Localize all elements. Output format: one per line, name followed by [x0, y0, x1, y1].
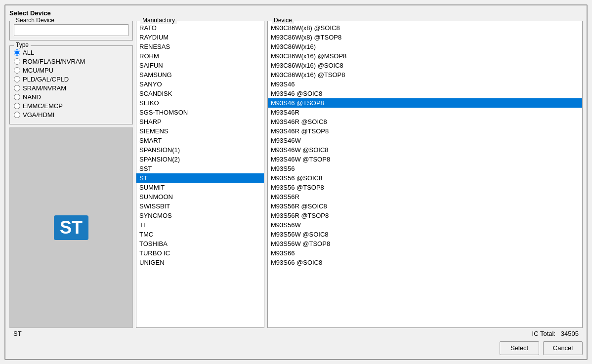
manufactory-group: Manufactory RATORAYDIUMRENESASROHMSAIFUN…: [136, 21, 264, 328]
manufacturer-list-item[interactable]: SGS-THOMSON: [136, 108, 264, 117]
type-option-all[interactable]: ALL: [14, 49, 128, 56]
device-list-item[interactable]: M93S56R @TSOP8: [268, 211, 582, 220]
manufacturer-list-item[interactable]: SPANSION(1): [136, 145, 264, 155]
device-group: Device M93C86W(x8) @SOIC8M93C86W(x8) @TS…: [267, 21, 583, 328]
type-label-vga: VGA/HDMI: [23, 111, 54, 119]
device-label: Device: [272, 17, 294, 24]
manufacturer-list-item[interactable]: ST: [136, 173, 264, 183]
manufactory-panel: Manufactory RATORAYDIUMRENESASROHMSAIFUN…: [136, 21, 264, 328]
manufacturer-list-item[interactable]: SST: [136, 164, 264, 173]
type-radio-all[interactable]: [14, 49, 20, 56]
manufacturer-list-item[interactable]: SYNCMOS: [136, 211, 264, 220]
device-list-item[interactable]: M93C86W(x16) @SOIC8: [268, 61, 582, 70]
device-list-item[interactable]: M93S56R @SOIC8: [268, 202, 582, 211]
cancel-button[interactable]: Cancel: [543, 341, 583, 355]
type-label-all: ALL: [23, 49, 34, 56]
manufacturer-list-item[interactable]: TMC: [136, 230, 264, 239]
type-option-vga[interactable]: VGA/HDMI: [14, 111, 128, 119]
device-list-item[interactable]: M93S56W @TSOP8: [268, 239, 582, 248]
manufacturer-list-item[interactable]: UNIGEN: [136, 258, 264, 267]
manufacturer-list-item[interactable]: SPANSION(2): [136, 155, 264, 164]
select-device-dialog: Select Device Search Device Type ALLROM/…: [4, 4, 588, 360]
manufacturer-list-item[interactable]: RENESAS: [136, 42, 264, 51]
ic-total-value: 34505: [561, 330, 579, 337]
button-bar: Select Cancel: [9, 339, 583, 355]
svg-text:ST: ST: [60, 217, 83, 238]
manufacturer-list-item[interactable]: TOSHIBA: [136, 239, 264, 248]
manufacturer-list[interactable]: RATORAYDIUMRENESASROHMSAIFUNSAMSUNGSANYO…: [136, 21, 264, 327]
type-radio-sram[interactable]: [14, 85, 20, 91]
manufacturer-list-item[interactable]: SHARP: [136, 117, 264, 126]
type-radio-vga[interactable]: [14, 112, 20, 118]
device-list-item[interactable]: M93S66: [268, 248, 582, 258]
selected-manufacturer-status: ST: [13, 330, 22, 337]
manufacturer-list-item[interactable]: SANYO: [136, 80, 264, 89]
device-list-item[interactable]: M93S56R: [268, 192, 582, 202]
type-options-container: ALLROM/FLASH/NVRAMMCU/MPUPLD/GAL/CPLDSRA…: [14, 49, 128, 119]
device-list-item[interactable]: M93S46R @TSOP8: [268, 126, 582, 136]
type-label-nand: NAND: [23, 93, 41, 101]
search-group: Search Device: [9, 21, 133, 40]
type-group-title: Type: [14, 41, 31, 48]
device-list-item[interactable]: M93S46R @SOIC8: [268, 117, 582, 126]
device-list-item[interactable]: M93C86W(x16) @TSOP8: [268, 70, 582, 80]
status-bar: ST IC Total: 34505: [9, 328, 583, 339]
manufacturer-list-item[interactable]: TURBO IC: [136, 248, 264, 258]
dialog-title: Select Device: [9, 9, 583, 17]
type-option-mcu[interactable]: MCU/MPU: [14, 67, 128, 74]
type-option-nand[interactable]: NAND: [14, 93, 128, 101]
manufacturer-list-item[interactable]: SIEMENS: [136, 126, 264, 136]
manufacturer-list-item[interactable]: TI: [136, 220, 264, 230]
device-list-item[interactable]: M93S46W @SOIC8: [268, 145, 582, 155]
type-option-pld[interactable]: PLD/GAL/CPLD: [14, 76, 128, 83]
type-option-emmc[interactable]: EMMC/EMCP: [14, 102, 128, 110]
dialog-body: Search Device Type ALLROM/FLASH/NVRAMMCU…: [9, 21, 583, 328]
type-label-pld: PLD/GAL/CPLD: [23, 76, 69, 83]
search-group-title: Search Device: [14, 17, 56, 24]
left-panel: Search Device Type ALLROM/FLASH/NVRAMMCU…: [9, 21, 133, 328]
type-option-rom[interactable]: ROM/FLASH/NVRAM: [14, 58, 128, 65]
device-list-item[interactable]: M93S46R: [268, 108, 582, 117]
device-list-item[interactable]: M93S66 @SOIC8: [268, 258, 582, 267]
type-radio-mcu[interactable]: [14, 67, 20, 74]
type-label-sram: SRAM/NVRAM: [23, 84, 66, 92]
manufacturer-list-item[interactable]: RATO: [136, 23, 264, 33]
type-group: Type ALLROM/FLASH/NVRAMMCU/MPUPLD/GAL/CP…: [9, 45, 133, 124]
manufacturer-list-item[interactable]: SMART: [136, 136, 264, 145]
type-radio-rom[interactable]: [14, 58, 20, 65]
type-radio-nand[interactable]: [14, 94, 20, 100]
device-list-item[interactable]: M93S46 @TSOP8: [268, 98, 582, 108]
manufacturer-list-item[interactable]: SUNMOON: [136, 192, 264, 202]
device-list-item[interactable]: M93S46W @TSOP8: [268, 155, 582, 164]
type-radio-pld[interactable]: [14, 76, 20, 82]
manufacturer-list-item[interactable]: RAYDIUM: [136, 33, 264, 42]
search-input[interactable]: [14, 24, 128, 36]
device-list-item[interactable]: M93S56 @TSOP8: [268, 183, 582, 192]
type-option-sram[interactable]: SRAM/NVRAM: [14, 84, 128, 92]
select-button[interactable]: Select: [500, 341, 539, 355]
manufacturer-list-item[interactable]: ROHM: [136, 51, 264, 61]
manufacturer-list-item[interactable]: SUMMIT: [136, 183, 264, 192]
manufacturer-list-item[interactable]: SWISSBIT: [136, 202, 264, 211]
manufacturer-list-item[interactable]: SEIKO: [136, 98, 264, 108]
manufactory-label: Manufactory: [140, 17, 177, 24]
device-list-item[interactable]: M93C86W(x16): [268, 42, 582, 51]
device-list-item[interactable]: M93C86W(x8) @SOIC8: [268, 23, 582, 33]
manufacturer-list-item[interactable]: SAIFUN: [136, 61, 264, 70]
device-list-item[interactable]: M93S56W @SOIC8: [268, 230, 582, 239]
manufacturer-list-item[interactable]: SAMSUNG: [136, 70, 264, 80]
device-list[interactable]: M93C86W(x8) @SOIC8M93C86W(x8) @TSOP8M93C…: [268, 21, 582, 327]
device-list-item[interactable]: M93S56: [268, 164, 582, 173]
device-list-item[interactable]: M93S46: [268, 80, 582, 89]
st-logo: ST: [51, 213, 91, 243]
device-list-item[interactable]: M93C86W(x16) @MSOP8: [268, 51, 582, 61]
device-list-item[interactable]: M93S46 @SOIC8: [268, 89, 582, 98]
type-label-mcu: MCU/MPU: [23, 67, 53, 74]
type-radio-emmc[interactable]: [14, 103, 20, 109]
device-list-item[interactable]: M93C86W(x8) @TSOP8: [268, 33, 582, 42]
manufacturer-list-item[interactable]: SCANDISK: [136, 89, 264, 98]
device-list-item[interactable]: M93S56 @SOIC8: [268, 173, 582, 183]
type-label-emmc: EMMC/EMCP: [23, 102, 63, 110]
device-list-item[interactable]: M93S56W: [268, 220, 582, 230]
device-list-item[interactable]: M93S46W: [268, 136, 582, 145]
